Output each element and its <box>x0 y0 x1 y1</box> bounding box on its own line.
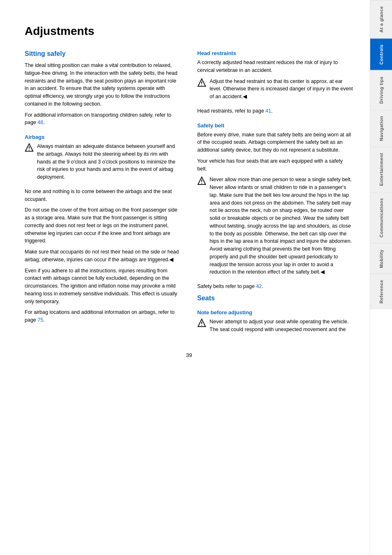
warning-triangle-icon <box>25 143 34 152</box>
head-restraints-ref[interactable]: 41 <box>265 108 271 114</box>
head-restraints-warning: Adjust the head restraint so that its ce… <box>197 78 353 104</box>
sitting-safely-heading: Sitting safely <box>25 50 181 58</box>
head-restraints-warning-text: Adjust the head restraint so that its ce… <box>210 78 353 101</box>
airbags-body5: For airbag locations and additional info… <box>25 309 181 324</box>
seats-warning: Never attempt to adjust your seat while … <box>197 318 353 337</box>
sidebar-tab-controls[interactable]: Controls <box>370 38 392 70</box>
safety-belt-ref[interactable]: 42 <box>256 283 262 289</box>
svg-point-2 <box>29 150 30 150</box>
main-content: Adjustments Sitting safely The ideal sit… <box>0 0 370 555</box>
svg-point-8 <box>201 183 202 184</box>
page-wrapper: Adjustments Sitting safely The ideal sit… <box>0 0 392 555</box>
sidebar-tabs: At a glance Controls Driving tips Naviga… <box>370 0 392 555</box>
safety-belt-heading: Safety belt <box>197 122 353 129</box>
page-number: 39 <box>25 352 353 358</box>
sidebar-tab-entertainment[interactable]: Entertainment <box>370 147 392 191</box>
sidebar-tab-driving-tips[interactable]: Driving tips <box>370 70 392 110</box>
sidebar-tab-communications[interactable]: Communications <box>370 192 392 243</box>
head-restraints-body2: Head restraints, refer to page 41. <box>197 107 353 115</box>
right-column: Head restraints A correctly adjusted hea… <box>197 50 353 340</box>
sidebar-tab-navigation[interactable]: Navigation <box>370 110 392 147</box>
svg-point-5 <box>201 85 202 85</box>
warning-triangle-icon-3 <box>197 176 206 185</box>
sidebar-tab-reference[interactable]: Reference <box>370 274 392 309</box>
sitting-safely-body2: For additional information on transporti… <box>25 111 181 127</box>
right-sidebar: At a glance Controls Driving tips Naviga… <box>370 0 392 555</box>
seats-warning-text: Never attempt to adjust your seat while … <box>210 318 353 334</box>
airbags-body1: No one and nothing is to come between th… <box>25 188 181 203</box>
safety-belt-body3: Safety belts refer to page 42. <box>197 283 353 290</box>
two-columns: Sitting safely The ideal sitting positio… <box>25 50 353 340</box>
page-title: Adjustments <box>25 25 353 38</box>
sidebar-tab-at-a-glance[interactable]: At a glance <box>370 0 392 38</box>
sidebar-tab-mobility[interactable]: Mobility <box>370 243 392 274</box>
safety-belt-body1: Before every drive, make sure that safet… <box>197 131 353 154</box>
safety-belt-body2: Your vehicle has four seats that are eac… <box>197 157 353 173</box>
seats-section: Seats Note before adjusting Never attemp… <box>197 295 353 337</box>
airbags-ref[interactable]: 75 <box>37 317 43 323</box>
note-before-adjusting-heading: Note before adjusting <box>197 309 353 315</box>
safety-belt-warning: Never allow more than one person to wear… <box>197 176 353 279</box>
svg-point-11 <box>201 325 202 326</box>
head-restraints-heading: Head restraints <box>197 50 353 56</box>
airbags-warning-text1: Always maintain an adequate distance bet… <box>37 143 181 181</box>
warning-triangle-icon-2 <box>197 78 206 87</box>
airbags-heading: Airbags <box>25 134 181 140</box>
airbags-body4: Even if you adhere to all the instructio… <box>25 267 181 306</box>
sitting-safely-body1: The ideal sitting position can make a vi… <box>25 62 181 108</box>
airbags-body2: Do not use the cover of the front airbag… <box>25 206 181 245</box>
safety-belt-warning-text: Never allow more than one person to wear… <box>210 176 353 276</box>
sitting-safely-ref[interactable]: 48 <box>37 120 43 125</box>
airbags-body3: Make sure that occupants do not rest the… <box>25 248 181 264</box>
seats-heading: Seats <box>197 295 353 302</box>
head-restraints-body1: A correctly adjusted head restraint redu… <box>197 59 353 74</box>
warning-triangle-icon-4 <box>197 318 206 327</box>
left-column: Sitting safely The ideal sitting positio… <box>25 50 181 340</box>
airbags-warning1: Always maintain an adequate distance bet… <box>25 143 181 184</box>
